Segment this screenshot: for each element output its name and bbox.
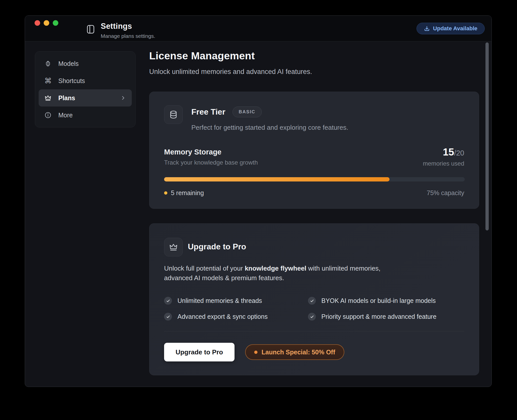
memory-progress-footer: 5 remaining 75% capacity <box>164 189 464 197</box>
upgrade-to-pro-button[interactable]: Upgrade to Pro <box>164 343 235 361</box>
crown-icon <box>164 238 183 256</box>
memory-progress-bar <box>164 177 465 181</box>
knowledge-flywheel-bold: knowledge flywheel <box>245 265 306 272</box>
minimize-window-button[interactable] <box>44 20 49 26</box>
chevron-right-icon <box>120 95 126 101</box>
free-tier-description: Perfect for getting started and explorin… <box>191 124 348 132</box>
sidebar-item-plans[interactable]: Plans <box>39 89 132 107</box>
capacity-label: 75% capacity <box>427 189 464 197</box>
free-tier-header: Free Tier BASIC <box>191 107 262 117</box>
main-content: License Management Unlock unlimited memo… <box>149 50 479 76</box>
feature-item: Advanced export & sync options <box>164 313 308 321</box>
remaining-indicator: 5 remaining <box>164 189 204 197</box>
sidebar-item-label: Models <box>58 60 79 67</box>
memory-progress-fill <box>164 177 390 181</box>
toggle-sidebar-button[interactable] <box>87 25 95 34</box>
update-available-button[interactable]: Update Available <box>417 23 485 34</box>
memories-used-value: 15 <box>443 146 454 158</box>
close-window-button[interactable] <box>35 20 40 26</box>
orange-dot-icon <box>254 351 257 354</box>
sidebar-item-more[interactable]: More <box>39 107 132 124</box>
sidebar-item-label: Shortcuts <box>58 77 85 85</box>
remaining-label: 5 remaining <box>171 189 204 197</box>
feature-item: Priority support & more advanced feature <box>308 313 465 321</box>
settings-window: Settings Manage plans settings. Update A… <box>25 15 492 387</box>
window-subtitle: Manage plans settings. <box>101 33 155 39</box>
zoom-window-button[interactable] <box>53 20 58 26</box>
launch-special-label: Launch Special: 50% Off <box>262 349 335 356</box>
free-tier-card: Free Tier BASIC Perfect for getting star… <box>149 92 479 209</box>
upgrade-pro-description: Unlock full potential of your knowledge … <box>164 264 399 283</box>
page-subtitle: Unlock unlimited memories and advanced A… <box>149 68 479 76</box>
feature-label: BYOK AI models or build-in large models <box>321 297 436 304</box>
settings-sidebar: Models ⌘ Shortcuts Plans <box>35 51 136 127</box>
feature-list: Unlimited memories & threads BYOK AI mod… <box>164 297 465 321</box>
titlebar-text: Settings Manage plans settings. <box>101 22 155 39</box>
titlebar: Settings Manage plans settings. Update A… <box>25 16 492 41</box>
feature-label: Advanced export & sync options <box>177 313 268 320</box>
feature-label: Unlimited memories & threads <box>177 297 262 304</box>
sidebar-item-label: More <box>58 112 73 119</box>
page-title: License Management <box>149 50 479 62</box>
download-icon <box>424 25 430 32</box>
memories-used-caption: memories used <box>423 160 464 167</box>
info-icon <box>44 112 52 119</box>
memory-storage-subtitle: Track your knowledge base growth <box>164 159 258 166</box>
launch-special-badge[interactable]: Launch Special: 50% Off <box>245 344 344 360</box>
free-tier-title: Free Tier <box>191 107 225 117</box>
sidebar-item-models[interactable]: Models <box>39 55 132 72</box>
divider <box>164 331 464 331</box>
feature-item: Unlimited memories & threads <box>164 297 308 305</box>
upgrade-pro-card: Upgrade to Pro Unlock full potential of … <box>149 223 479 375</box>
basic-badge: BASIC <box>232 107 262 117</box>
check-icon <box>164 297 172 305</box>
database-icon <box>164 105 183 124</box>
sidebar-item-shortcuts[interactable]: ⌘ Shortcuts <box>39 72 132 89</box>
feature-item: BYOK AI models or build-in large models <box>308 297 465 305</box>
crown-icon <box>44 94 52 101</box>
memory-count: 15/20 <box>443 146 464 158</box>
check-icon <box>308 313 316 321</box>
window-title: Settings <box>101 22 155 31</box>
orange-dot-icon <box>164 191 167 195</box>
scrollbar-thumb[interactable] <box>485 42 489 230</box>
brain-icon <box>44 60 52 67</box>
traffic-lights <box>35 20 58 26</box>
cta-row: Upgrade to Pro Launch Special: 50% Off <box>164 343 344 361</box>
command-icon: ⌘ <box>44 77 52 85</box>
memories-total-value: /20 <box>454 149 464 157</box>
sidebar-panel-icon <box>87 25 95 34</box>
sidebar-item-label: Plans <box>58 94 75 102</box>
check-icon <box>164 313 172 321</box>
upgrade-pro-title: Upgrade to Pro <box>188 242 246 251</box>
memory-storage-title: Memory Storage <box>164 148 221 156</box>
check-icon <box>308 297 316 305</box>
update-available-label: Update Available <box>433 25 477 32</box>
feature-label: Priority support & more advanced feature <box>321 313 436 320</box>
